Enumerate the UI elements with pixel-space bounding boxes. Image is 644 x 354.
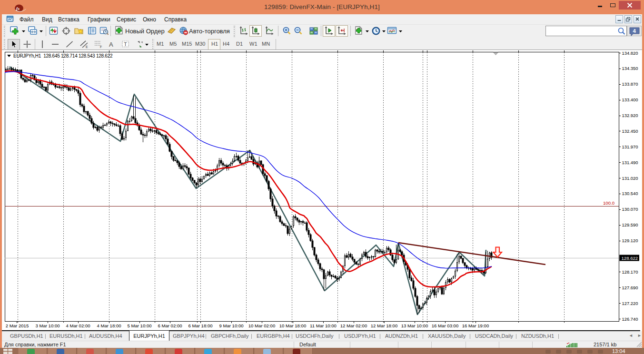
svg-text:2 Mar 2015: 2 Mar 2015 [6,323,29,328]
svg-text:128.170: 128.170 [622,269,638,275]
svg-text:130.540: 130.540 [622,191,638,196]
svg-text:130.070: 130.070 [622,206,638,212]
svg-text:132.920: 132.920 [622,113,638,118]
svg-text:134.820: 134.820 [622,50,638,56]
svg-text:100.0: 100.0 [603,200,614,206]
svg-text:126.740: 126.740 [622,316,638,322]
svg-text:131.490: 131.490 [622,160,638,165]
svg-text:9 Mar 10:00: 9 Mar 10:00 [219,323,243,328]
svg-text:3 Mar 10:00: 3 Mar 10:00 [35,323,59,328]
svg-text:6 Mar 02:00: 6 Mar 02:00 [158,323,182,328]
svg-text:11 Mar 10:00: 11 Mar 10:00 [310,323,337,328]
svg-text:4 Mar 02:00: 4 Mar 02:00 [66,323,90,328]
svg-text:16 Mar 19:00: 16 Mar 19:00 [462,323,489,328]
svg-text:6 Mar 18:00: 6 Mar 18:00 [188,323,212,328]
svg-text:131.970: 131.970 [622,144,638,149]
svg-text:129.590: 129.590 [622,222,638,227]
svg-text:128.622: 128.622 [622,256,638,261]
svg-text:129.120: 129.120 [622,238,638,243]
svg-text:16 Mar 03:00: 16 Mar 03:00 [432,323,459,328]
svg-text:131.020: 131.020 [622,176,638,181]
svg-text:134.350: 134.350 [622,66,638,71]
svg-text:10 Mar 18:00: 10 Mar 18:00 [279,323,307,328]
svg-text:4 Mar 18:00: 4 Mar 18:00 [97,323,121,328]
svg-text:13 Mar 10:00: 13 Mar 10:00 [401,323,428,328]
svg-text:132.450: 132.450 [622,128,638,134]
svg-text:12 Mar 18:00: 12 Mar 18:00 [371,323,398,328]
svg-text:133.870: 133.870 [622,81,638,87]
svg-text:EURJPYh,H1 128.645 128.714 12: EURJPYh,H1 128.645 128.714 128.543 128.6… [13,53,113,59]
svg-text:5 Mar 10:00: 5 Mar 10:00 [127,323,151,328]
svg-text:12 Mar 02:00: 12 Mar 02:00 [340,323,367,328]
svg-text:127.690: 127.690 [622,285,638,290]
svg-text:10 Mar 02:00: 10 Mar 02:00 [248,323,276,328]
svg-text:127.220: 127.220 [622,301,638,306]
svg-text:133.400: 133.400 [622,97,638,102]
